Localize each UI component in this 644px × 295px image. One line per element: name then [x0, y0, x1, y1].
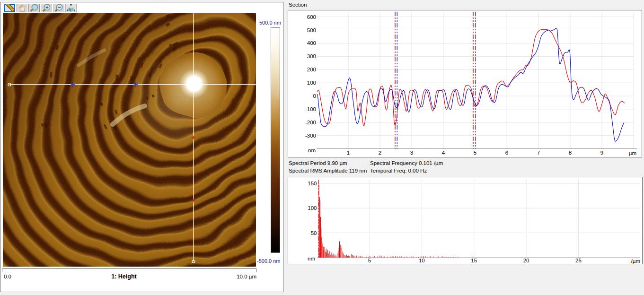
svg-text:4: 4	[442, 150, 445, 156]
svg-text:50: 50	[311, 230, 317, 236]
svg-text:25: 25	[575, 258, 582, 263]
svg-text:1: 1	[347, 150, 350, 156]
svg-text:500: 500	[307, 27, 316, 33]
svg-text:2: 2	[379, 150, 381, 156]
svg-text:5: 5	[474, 150, 476, 156]
svg-text:400: 400	[307, 40, 316, 46]
svg-text:300: 300	[307, 53, 316, 59]
svg-text:20: 20	[523, 258, 529, 263]
svg-text:0: 0	[313, 93, 316, 99]
svg-text:-100: -100	[305, 106, 316, 112]
svg-text:-200: -200	[305, 120, 316, 125]
svg-text:nm: nm	[308, 256, 315, 261]
svg-text:8: 8	[569, 150, 572, 156]
svg-text:7: 7	[537, 150, 540, 156]
svg-text:nm: nm	[308, 148, 316, 153]
svg-text:µm: µm	[629, 150, 636, 156]
svg-text:3: 3	[410, 150, 413, 156]
svg-text:5: 5	[368, 258, 371, 263]
svg-text:150: 150	[308, 181, 317, 186]
svg-text:-300: -300	[305, 133, 316, 139]
svg-text:600: 600	[307, 14, 316, 20]
svg-text:/µm: /µm	[631, 258, 640, 264]
svg-text:200: 200	[307, 67, 316, 72]
svg-text:10: 10	[419, 258, 425, 263]
svg-text:9: 9	[600, 150, 603, 156]
svg-text:15: 15	[471, 258, 477, 263]
svg-text:100: 100	[307, 80, 316, 86]
svg-text:100: 100	[308, 205, 317, 211]
svg-text:6: 6	[505, 150, 508, 156]
